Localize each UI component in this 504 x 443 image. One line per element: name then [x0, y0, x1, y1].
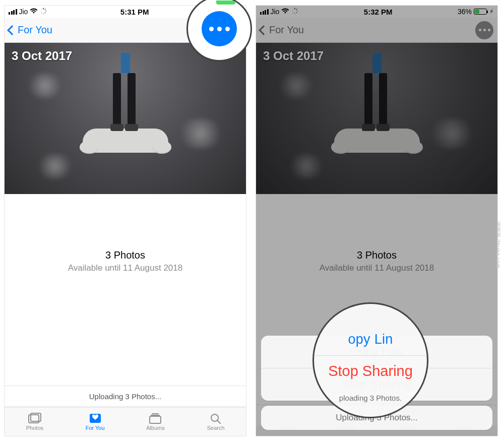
chevron-left-icon: [7, 25, 17, 35]
svg-rect-18: [297, 11, 298, 11]
tab-bar: Photos For You Albums Search: [5, 407, 246, 436]
photo-count: 3 Photos: [256, 249, 497, 261]
loading-spinner-icon: [40, 8, 47, 16]
tab-photos[interactable]: Photos: [5, 407, 65, 436]
more-options-button[interactable]: [475, 21, 493, 39]
more-options-button-zoom: [202, 11, 237, 46]
svg-rect-0: [43, 8, 44, 9]
tab-for-you[interactable]: For You: [65, 407, 125, 436]
svg-rect-4: [43, 13, 44, 14]
svg-line-15: [217, 420, 220, 423]
search-icon: [209, 413, 222, 424]
svg-rect-16: [295, 8, 295, 9]
back-button[interactable]: For You: [9, 24, 52, 36]
svg-rect-21: [292, 12, 294, 14]
photo-date: 3 Oct 2017: [263, 49, 324, 63]
watermark: WWW.deuaq.com: [495, 222, 501, 269]
chevron-left-icon: [259, 25, 269, 35]
battery-icon: [474, 9, 487, 15]
battery-percent: 36%: [458, 8, 472, 16]
svg-rect-7: [41, 9, 42, 10]
svg-rect-13: [150, 416, 161, 423]
callout-copy-link-partial: opy Lin: [348, 332, 393, 347]
svg-rect-1: [44, 9, 46, 10]
charging-icon: ⚡︎: [489, 8, 493, 15]
photo-count: 3 Photos: [5, 249, 246, 261]
svg-rect-19: [296, 12, 297, 14]
svg-rect-5: [41, 12, 42, 14]
tab-search[interactable]: Search: [185, 407, 246, 436]
share-summary: 3 Photos Available until 11 August 2018: [5, 194, 246, 273]
clock: 5:32 PM: [298, 8, 458, 16]
callout-uploading-partial: ploading 3 Photos.: [339, 394, 402, 402]
status-bar: Jio 5:32 PM 36% ⚡︎: [256, 6, 497, 18]
photo-date: 3 Oct 2017: [12, 49, 72, 63]
expiry-label: Available until 11 August 2018: [5, 263, 246, 273]
carrier-name: Jio: [19, 8, 28, 16]
loading-spinner-icon: [291, 8, 298, 16]
svg-rect-17: [296, 9, 297, 10]
carrier-name: Jio: [271, 8, 280, 16]
callout-stop-sharing: opy Lin Stop Sharing ploading 3 Photos.: [312, 302, 428, 418]
svg-rect-22: [292, 11, 293, 11]
svg-rect-3: [44, 12, 46, 14]
signal-bars-icon: [260, 9, 269, 15]
wifi-icon: [281, 8, 289, 16]
back-label: For You: [269, 24, 304, 36]
svg-rect-2: [45, 11, 47, 11]
wifi-icon: [30, 8, 38, 16]
svg-rect-23: [292, 9, 294, 10]
share-summary: 3 Photos Available until 11 August 2018: [256, 194, 497, 273]
screenshot-left: Jio 5:31 PM ⚡︎ For You 3 Oct 2017: [4, 5, 246, 436]
hero-photo: 3 Oct 2017: [256, 43, 497, 194]
signal-bars-icon: [9, 9, 17, 15]
svg-rect-6: [40, 11, 42, 11]
nav-bar: For You: [256, 18, 497, 43]
hero-photo[interactable]: 3 Oct 2017: [5, 43, 246, 194]
back-button[interactable]: For You: [260, 24, 304, 36]
svg-rect-12: [151, 415, 160, 416]
uploading-status: Uploading 3 Photos...: [5, 386, 246, 407]
foryou-icon: [89, 413, 102, 424]
back-label: For You: [18, 24, 52, 36]
tab-albums[interactable]: Albums: [125, 407, 186, 436]
more-dots-icon: [479, 29, 481, 31]
photos-icon: [28, 413, 41, 424]
albums-icon: [149, 413, 162, 424]
expiry-label: Available until 11 August 2018: [256, 263, 497, 273]
svg-rect-20: [295, 13, 295, 14]
callout-stop-sharing-label: Stop Sharing: [328, 363, 413, 379]
svg-rect-11: [152, 413, 159, 414]
